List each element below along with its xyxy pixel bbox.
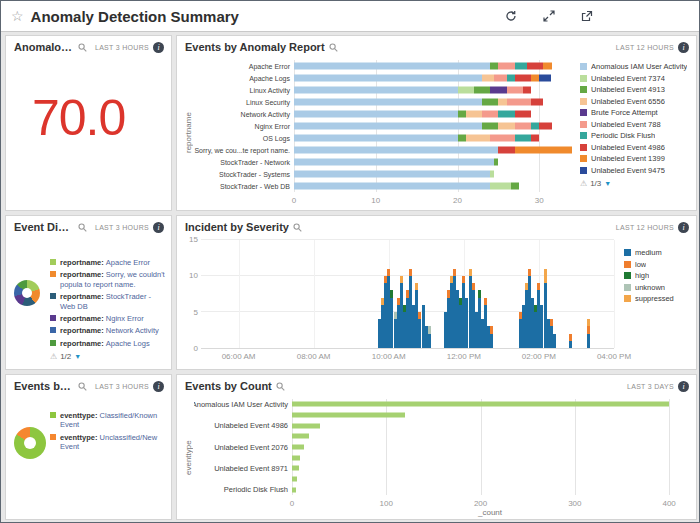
- bar-segment[interactable]: [428, 326, 431, 333]
- bar-row[interactable]: [292, 431, 688, 442]
- bar-segment[interactable]: [292, 402, 669, 407]
- info-icon[interactable]: i: [678, 222, 689, 233]
- bar-segment[interactable]: [515, 135, 531, 142]
- legend-item[interactable]: Unlabeled Event 6556: [580, 97, 692, 106]
- legend-item[interactable]: Unlabeled Event 4986: [580, 143, 692, 152]
- bar-segment[interactable]: [292, 455, 300, 460]
- legend-item[interactable]: Unlabeled Event 7374: [580, 74, 692, 83]
- bar-segment[interactable]: [553, 334, 556, 348]
- bar-segment[interactable]: [466, 111, 482, 118]
- bar-segment[interactable]: [569, 341, 572, 348]
- bar-segment[interactable]: [507, 87, 523, 94]
- bar-segment[interactable]: [474, 87, 490, 94]
- dropdown-icon[interactable]: ▼: [74, 353, 81, 360]
- bar-segment[interactable]: [539, 123, 551, 130]
- legend-item[interactable]: reportname: StockTrader - Web DB: [50, 292, 167, 311]
- bar-row[interactable]: [292, 420, 688, 431]
- legend-item[interactable]: eventtype: Classified/Known Event: [50, 411, 167, 430]
- bar-segment[interactable]: [292, 413, 405, 418]
- info-icon[interactable]: i: [678, 381, 689, 392]
- bar-segment[interactable]: [294, 75, 482, 82]
- bar-segment[interactable]: [531, 99, 543, 106]
- legend-item[interactable]: reportname: Nginx Error: [50, 314, 167, 323]
- legend-item[interactable]: reportname: Apache Logs: [50, 339, 167, 348]
- bar-segment[interactable]: [498, 123, 514, 130]
- legend-item[interactable]: Brute Force Attempt: [580, 108, 692, 117]
- info-icon[interactable]: i: [153, 42, 164, 53]
- bar-segment[interactable]: [515, 123, 531, 130]
- bar-segment[interactable]: [294, 135, 458, 142]
- refresh-icon[interactable]: [505, 10, 517, 22]
- bar-segment[interactable]: [498, 147, 514, 154]
- favorite-star-icon[interactable]: ☆: [11, 9, 24, 23]
- bar-segment[interactable]: [490, 171, 494, 178]
- bar-segment[interactable]: [490, 87, 506, 94]
- legend-item[interactable]: Unlabeled Event 788: [580, 120, 692, 129]
- bar-segment[interactable]: [569, 334, 572, 341]
- bar-segment[interactable]: [482, 111, 498, 118]
- single-value[interactable]: 70.0: [32, 93, 171, 143]
- bar-segment[interactable]: [294, 123, 482, 130]
- bar-segment[interactable]: [482, 99, 498, 106]
- bar-segment[interactable]: [539, 75, 551, 82]
- legend-pager[interactable]: ⚠ 1/2 ▼: [50, 352, 167, 361]
- legend-item[interactable]: Unlabeled Event 4913: [580, 85, 692, 94]
- bar-row[interactable]: [294, 156, 572, 168]
- bar-segment[interactable]: [527, 63, 543, 70]
- bar-segment[interactable]: [294, 171, 490, 178]
- stacked-column[interactable]: [569, 240, 572, 348]
- bar-segment[interactable]: [515, 75, 531, 82]
- info-icon[interactable]: i: [153, 381, 164, 392]
- bar-segment[interactable]: [543, 63, 551, 70]
- bar-segment[interactable]: [498, 99, 506, 106]
- bar-segment[interactable]: [294, 183, 490, 190]
- bar-segment[interactable]: [531, 75, 539, 82]
- bar-segment[interactable]: [294, 87, 458, 94]
- bar-segment[interactable]: [515, 63, 527, 70]
- bar-segment[interactable]: [507, 99, 532, 106]
- bar-segment[interactable]: [515, 111, 531, 118]
- bar-row[interactable]: [294, 168, 572, 180]
- info-icon[interactable]: i: [153, 222, 164, 233]
- legend-item[interactable]: suppressed: [624, 294, 692, 303]
- magnifier-icon[interactable]: [329, 43, 338, 52]
- bar-row[interactable]: [294, 96, 572, 108]
- bar-segment[interactable]: [458, 111, 466, 118]
- bar-segment[interactable]: [515, 147, 572, 154]
- bar-segment[interactable]: [466, 135, 491, 142]
- bar-segment[interactable]: [294, 111, 458, 118]
- legend-item[interactable]: reportname: Network Activity: [50, 326, 167, 335]
- legend-item[interactable]: Anomalous IAM User Activity: [580, 62, 692, 71]
- legend-item[interactable]: reportname: Sorry, we couldn't popula to…: [50, 270, 167, 289]
- bar-segment[interactable]: [490, 63, 498, 70]
- bar-segment[interactable]: [292, 487, 296, 492]
- bar-row[interactable]: [294, 84, 572, 96]
- legend-pager[interactable]: ⚠ 1/3 ▼: [580, 179, 692, 188]
- bar-segment[interactable]: [587, 326, 590, 333]
- bar-segment[interactable]: [494, 159, 498, 166]
- bar-segment[interactable]: [428, 334, 431, 348]
- stacked-column[interactable]: [553, 240, 556, 348]
- bar-segment[interactable]: [292, 423, 320, 428]
- bar-segment[interactable]: [292, 477, 297, 482]
- bar-segment[interactable]: [511, 183, 519, 190]
- bar-segment[interactable]: [458, 87, 474, 94]
- bar-row[interactable]: [292, 399, 688, 410]
- legend-item[interactable]: high: [624, 271, 692, 280]
- stacked-column[interactable]: [490, 240, 493, 348]
- export-icon[interactable]: [581, 10, 593, 22]
- legend-item[interactable]: Unlabeled Event 9475: [580, 166, 692, 175]
- bar-row[interactable]: [292, 463, 688, 474]
- magnifier-icon[interactable]: [276, 382, 285, 391]
- legend-item[interactable]: Periodic Disk Flush: [580, 131, 692, 140]
- bar-row[interactable]: [292, 452, 688, 463]
- pie-chart[interactable]: [14, 427, 46, 459]
- bar-row[interactable]: [294, 108, 572, 120]
- bar-row[interactable]: [294, 132, 572, 144]
- bar-segment[interactable]: [531, 135, 539, 142]
- magnifier-icon[interactable]: [293, 223, 302, 232]
- bar-segment[interactable]: [498, 111, 514, 118]
- legend-item[interactable]: reportname: Apache Error: [50, 258, 167, 267]
- bar-segment[interactable]: [294, 99, 482, 106]
- bar-segment[interactable]: [294, 147, 498, 154]
